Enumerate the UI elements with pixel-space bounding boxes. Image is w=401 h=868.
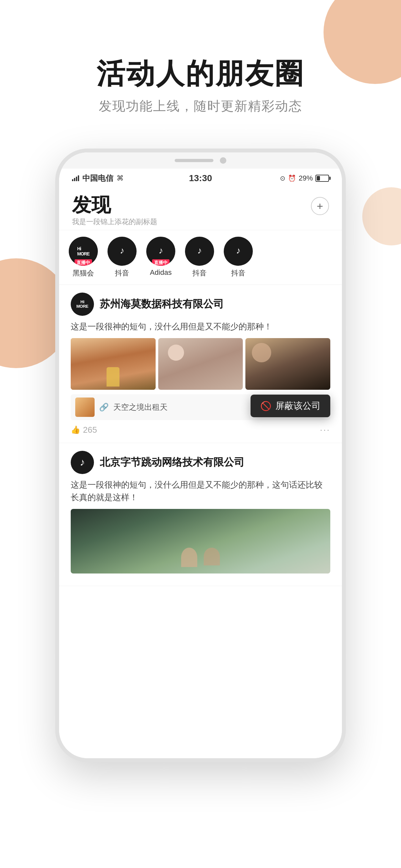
post-1-avatar: HiMORE <box>71 292 94 316</box>
post-1-footer: 👍 265 ··· <box>71 425 330 435</box>
app-subtitle: 我是一段锦上添花的副标题 <box>72 217 157 227</box>
stories-row: HiMORE 直播中 黑猫会 ♪ <box>59 230 342 285</box>
story-avatar-heimaohui: HiMORE 直播中 <box>69 237 98 266</box>
add-button[interactable]: + <box>311 197 329 215</box>
status-left: 中国电信 ⌘ <box>72 173 158 183</box>
svg-text:♪: ♪ <box>236 245 241 255</box>
story-name-3: Adidas <box>150 268 172 277</box>
related-thumb <box>75 398 95 417</box>
post-1-images <box>71 338 330 390</box>
post-2-image[interactable] <box>71 509 330 574</box>
post-1-company[interactable]: 苏州海莫数据科技有限公司 <box>100 297 224 311</box>
story-item-adidas[interactable]: ♪ 直播中 Adidas <box>146 237 175 278</box>
phone-inner: 中国电信 ⌘ 13:30 ⊙ ⏰ 29% 发现 <box>59 152 342 758</box>
svg-text:♪: ♪ <box>80 456 85 468</box>
post-1-desc: 这是一段很神的短句，没什么用但是又不能少的那种！ <box>71 320 330 333</box>
post-2-desc: 这是一段很神的短句，没什么用但是又不能少的那种，这句话还比较长真的就是这样！ <box>71 478 330 504</box>
post-2: ♪ 北京字节跳动网络技术有限公司 这是一段很神的短句，没什么用但是又不能少的那种… <box>59 443 342 586</box>
post-2-avatar: ♪ <box>71 451 94 474</box>
post-1-more-btn[interactable]: ··· <box>320 425 330 435</box>
post-2-images <box>71 509 330 574</box>
phone-frame: 中国电信 ⌘ 13:30 ⊙ ⏰ 29% 发现 <box>55 149 346 762</box>
tiktok-post-icon: ♪ <box>75 455 89 469</box>
phone-camera <box>220 157 226 164</box>
page-header: 活动人的朋友圈 发现功能上线，随时更新精彩动态 <box>0 58 401 115</box>
post-1: HiMORE 苏州海莫数据科技有限公司 这是一段很神的短句，没什么用但是又不能少… <box>59 285 342 443</box>
phone-mockup: 中国电信 ⌘ 13:30 ⊙ ⏰ 29% 发现 <box>55 149 346 762</box>
story-avatar-douyin-5: ♪ <box>224 237 253 266</box>
app-header-left: 发现 我是一段锦上添花的副标题 <box>72 194 157 227</box>
story-name-1: 黑猫会 <box>73 268 94 278</box>
post-1-likes[interactable]: 👍 265 <box>71 425 97 435</box>
svg-text:♪: ♪ <box>158 245 163 255</box>
story-item-heimaohui[interactable]: HiMORE 直播中 黑猫会 <box>69 237 98 278</box>
bg-decoration-mid-right <box>362 187 401 245</box>
app-header: 发现 我是一段锦上添花的副标题 + <box>59 188 342 230</box>
battery-fill <box>317 176 320 181</box>
svg-text:♪: ♪ <box>120 245 124 255</box>
post-1-image-2[interactable] <box>158 338 243 390</box>
story-item-douyin-5[interactable]: ♪ 抖音 <box>224 237 253 278</box>
thumb-up-icon: 👍 <box>71 425 81 434</box>
live-badge-1: 直播中 <box>74 259 92 266</box>
block-company-popup[interactable]: 🚫 屏蔽该公司 <box>251 395 330 417</box>
link-icon: 🔗 <box>99 403 109 412</box>
story-avatar-douyin-4: ♪ <box>185 237 214 266</box>
clock-icon: ⏰ <box>288 175 296 182</box>
wifi-icon: ⌘ <box>117 174 124 182</box>
status-time: 13:30 <box>158 173 243 183</box>
story-name-2: 抖音 <box>115 268 129 278</box>
story-item-douyin-2[interactable]: ♪ 抖音 <box>107 237 136 278</box>
story-item-douyin-4[interactable]: ♪ 抖音 <box>185 237 214 278</box>
status-bar: 中国电信 ⌘ 13:30 ⊙ ⏰ 29% <box>59 168 342 188</box>
battery-text: 29% <box>299 174 313 182</box>
signal-icon <box>72 175 79 181</box>
block-label: 屏蔽该公司 <box>275 400 320 412</box>
tiktok-logo-icon: ♪ <box>114 243 130 259</box>
tiktok-logo-5-icon: ♪ <box>230 243 246 259</box>
app-title: 发现 <box>72 194 157 216</box>
alarm-icon: ⊙ <box>280 175 285 182</box>
tiktok-logo-4-icon: ♪ <box>191 243 208 259</box>
post-2-header: ♪ 北京字节跳动网络技术有限公司 <box>71 451 330 474</box>
page-subtitle: 发现功能上线，随时更新精彩动态 <box>0 97 401 115</box>
post-1-image-1[interactable] <box>71 338 156 390</box>
status-right: ⊙ ⏰ 29% <box>243 174 329 182</box>
phone-pill <box>175 159 213 162</box>
page-title: 活动人的朋友圈 <box>0 58 401 89</box>
tiktok-logo-adidas-icon: ♪ <box>153 243 169 259</box>
battery-icon <box>315 175 329 182</box>
story-name-5: 抖音 <box>231 268 245 278</box>
post-2-company[interactable]: 北京字节跳动网络技术有限公司 <box>100 455 244 469</box>
block-icon: 🚫 <box>260 401 272 411</box>
carrier-text: 中国电信 <box>82 173 113 183</box>
post-1-header: HiMORE 苏州海莫数据科技有限公司 <box>71 292 330 316</box>
live-badge-3: 直播中 <box>152 259 169 266</box>
story-name-4: 抖音 <box>192 268 207 278</box>
likes-count: 265 <box>83 425 97 435</box>
app-content: 发现 我是一段锦上添花的副标题 + HiMORE 直播中 <box>59 188 342 758</box>
post-1-image-3[interactable] <box>245 338 330 390</box>
svg-text:♪: ♪ <box>197 245 202 255</box>
feed: HiMORE 苏州海莫数据科技有限公司 这是一段很神的短句，没什么用但是又不能少… <box>59 285 342 586</box>
phone-notch-bar <box>59 152 342 168</box>
story-avatar-douyin-2: ♪ <box>107 237 136 266</box>
story-avatar-adidas: ♪ 直播中 <box>146 237 175 266</box>
